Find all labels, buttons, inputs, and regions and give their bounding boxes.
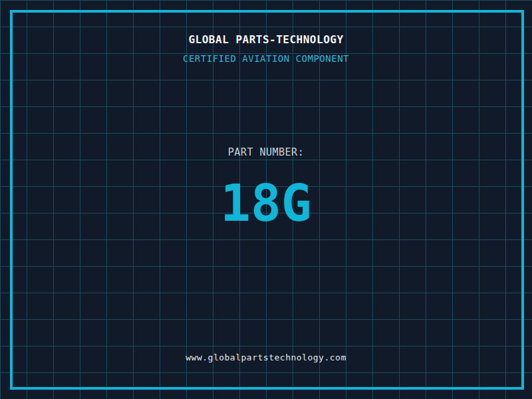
part-number-value: 18G xyxy=(0,178,532,229)
part-number-label: PART NUMBER: xyxy=(0,148,532,158)
certification-subtitle: CERTIFIED AVIATION COMPONENT xyxy=(0,54,532,63)
certificate-label: GLOBAL PARTS-TECHNOLOGY CERTIFIED AVIATI… xyxy=(0,0,532,399)
company-title: GLOBAL PARTS-TECHNOLOGY xyxy=(0,35,532,45)
website-url: www.globalpartstechnology.com xyxy=(0,353,532,362)
